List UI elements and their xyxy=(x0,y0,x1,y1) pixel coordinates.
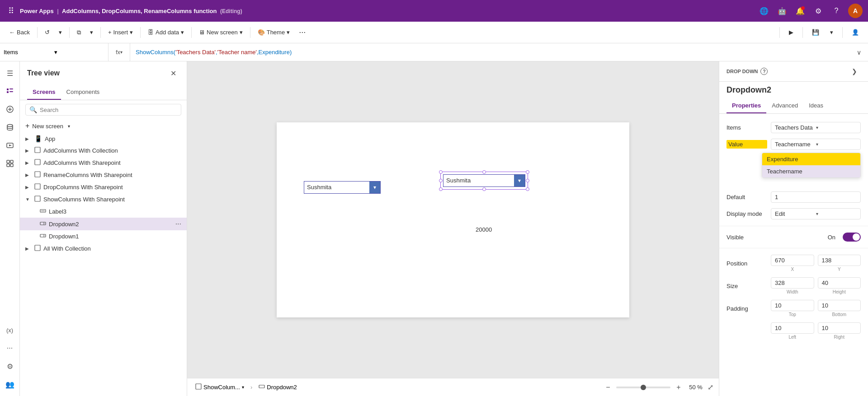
add-data-button[interactable]: 🗄 Add data ▾ xyxy=(144,27,188,37)
treeview-icon[interactable] xyxy=(2,83,18,99)
new-screen-button[interactable]: 🖥 New screen ▾ xyxy=(195,27,246,37)
person-button[interactable]: 👤 xyxy=(848,27,863,37)
tab-ideas[interactable]: Ideas xyxy=(803,98,829,113)
position-x-input[interactable] xyxy=(771,255,814,266)
undo-button[interactable]: ↺ xyxy=(41,27,53,37)
formula-expand-button[interactable]: ∨ xyxy=(850,49,868,56)
canvas-scroll[interactable]: Sushmita ▾ Sus xyxy=(187,61,719,378)
padding-bottom-input[interactable] xyxy=(818,300,861,311)
theme-button[interactable]: 🎨 Theme ▾ xyxy=(254,27,293,37)
position-label: Position xyxy=(726,260,767,267)
insert-button[interactable]: + Insert ▾ xyxy=(104,27,137,37)
tree-item-dropdown1[interactable]: Dropdown1 xyxy=(20,230,187,242)
option-teachername[interactable]: Teachername xyxy=(762,165,860,177)
tree-title: Tree view xyxy=(27,69,60,77)
tree-item-showcol-sharepoint[interactable]: ▼ ShowColumns With Sharepoint xyxy=(20,193,187,205)
tree-item-all-collection[interactable]: ▶ All With Collection xyxy=(20,242,187,255)
people-sidebar-icon[interactable]: 👥 xyxy=(2,376,18,392)
hamburger-menu-icon[interactable]: ☰ xyxy=(2,65,18,81)
svg-rect-12 xyxy=(7,164,9,167)
option-expenditure[interactable]: Expenditure xyxy=(762,153,860,165)
size-width-input[interactable] xyxy=(771,277,814,289)
waffle-icon[interactable]: ⠿ xyxy=(5,6,16,16)
tree-item-addcol-sharepoint[interactable]: ▶ AddColumns With Sharepoint xyxy=(20,157,187,169)
right-panel-header: DROP DOWN ? ❯ xyxy=(719,61,868,82)
tab-properties[interactable]: Properties xyxy=(726,98,766,113)
undo-dropdown[interactable]: ▾ xyxy=(55,27,66,37)
components-sidebar-icon[interactable] xyxy=(2,155,18,172)
save-dropdown[interactable]: ▾ xyxy=(826,27,837,37)
tab-components[interactable]: Components xyxy=(61,85,105,100)
notification-bell-icon[interactable]: 🔔 xyxy=(794,5,807,17)
tree-close-button[interactable]: ✕ xyxy=(167,67,179,79)
size-height-input[interactable] xyxy=(818,277,861,289)
display-mode-selector[interactable]: Edit ▾ xyxy=(771,208,861,219)
padding-left-input[interactable] xyxy=(771,322,814,334)
copy-button[interactable]: ⧉ xyxy=(73,27,85,38)
screen-small-icon xyxy=(195,383,202,391)
breadcrumb-element[interactable]: Dropdown2 xyxy=(256,382,300,392)
zoom-minus-button[interactable]: − xyxy=(603,382,613,393)
back-button[interactable]: ← Back xyxy=(5,27,33,37)
formula-input[interactable]: ShowColumns('Teachers Data','Teacher nam… xyxy=(130,49,850,56)
dropdown2-widget[interactable]: Sushmita ▾ xyxy=(443,174,525,187)
copilot-icon[interactable]: 🤖 xyxy=(776,5,788,17)
edit-mode-button[interactable]: ✎ Editing xyxy=(749,29,774,36)
help-icon[interactable]: ? xyxy=(830,5,843,17)
settings-sidebar-icon[interactable]: ⚙ xyxy=(2,358,18,374)
tab-screens[interactable]: Screens xyxy=(27,85,61,100)
tree-item-dropdown2[interactable]: Dropdown2 ··· xyxy=(20,218,187,230)
toolbar-separator xyxy=(37,27,38,38)
plus-icon: + xyxy=(108,29,112,36)
media-sidebar-icon[interactable] xyxy=(2,137,18,154)
search-input[interactable] xyxy=(40,107,177,113)
default-value[interactable]: 1 xyxy=(771,191,861,203)
position-y-input[interactable] xyxy=(818,255,861,266)
globe-icon[interactable]: 🌐 xyxy=(758,5,770,17)
zoom-plus-button[interactable]: + xyxy=(673,382,684,393)
tree-item-renamecol-sharepoint[interactable]: ▶ RenameColumns With Sharepoint xyxy=(20,169,187,181)
help-circle-icon[interactable]: ? xyxy=(760,68,768,75)
tree-item-app[interactable]: ▶ 📱 App xyxy=(20,133,187,144)
chevron-right-icon: ▶ xyxy=(25,172,32,177)
chevron-down-icon: ▾ xyxy=(816,211,857,216)
more-options-button[interactable]: ··· xyxy=(295,26,309,39)
eq-chevron-icon: ▾ xyxy=(120,50,123,55)
preview-button[interactable]: ▶ xyxy=(785,27,797,37)
padding-top-input[interactable] xyxy=(771,300,814,311)
tree-item-label3[interactable]: Label3 xyxy=(20,205,187,218)
copy-dropdown[interactable]: ▾ xyxy=(86,27,97,37)
fit-screen-button[interactable]: ⤢ xyxy=(708,383,713,391)
new-screen-item[interactable]: + New screen ▾ xyxy=(20,119,187,133)
panel-expand-button[interactable]: ❯ xyxy=(848,65,861,78)
settings-icon[interactable]: ⚙ xyxy=(812,5,825,17)
preview-play-icon: ▶ xyxy=(789,29,793,36)
save-button[interactable]: 💾 xyxy=(808,27,823,37)
more-options-icon[interactable]: ··· xyxy=(175,220,181,228)
toolbar-separator9 xyxy=(842,27,843,38)
visible-toggle[interactable] xyxy=(843,233,861,242)
dropdown1-widget[interactable]: Sushmita ▾ xyxy=(304,181,381,194)
value-selector[interactable]: Teachername ▾ xyxy=(771,139,861,150)
padding-right-input[interactable] xyxy=(818,322,861,334)
svg-point-7 xyxy=(7,125,13,127)
value-label: Value xyxy=(726,140,767,149)
formula-type-selector[interactable]: fx ▾ xyxy=(108,43,130,61)
items-value-selector[interactable]: Teachers Data ▾ xyxy=(771,122,861,133)
more-sidebar-icon[interactable]: ··· xyxy=(2,340,18,356)
variables-sidebar-icon[interactable]: (x) xyxy=(2,322,18,338)
insert-sidebar-icon[interactable] xyxy=(2,101,18,117)
tree-item-addcol-collection[interactable]: ▶ AddColumns With Collection xyxy=(20,144,187,157)
position-y-box: Y xyxy=(818,255,861,272)
tree-items: ▶ 📱 App ▶ AddColumns With Collection ▶ A… xyxy=(20,133,187,396)
breadcrumb-screen[interactable]: ShowColum... ▾ xyxy=(193,382,247,392)
data-sidebar-icon[interactable] xyxy=(2,119,18,135)
property-selector[interactable]: Items ▾ xyxy=(0,43,108,61)
zoom-slider[interactable] xyxy=(616,387,670,388)
tree-item-dropcol-sharepoint[interactable]: ▶ DropColumns With Sharepoint xyxy=(20,181,187,193)
user-avatar[interactable]: A xyxy=(848,4,863,18)
svg-rect-1 xyxy=(9,89,13,89)
padding-lr-inputs: Left Right xyxy=(771,322,861,340)
tree-tabs: Screens Components xyxy=(20,85,187,100)
tab-advanced[interactable]: Advanced xyxy=(766,98,803,113)
